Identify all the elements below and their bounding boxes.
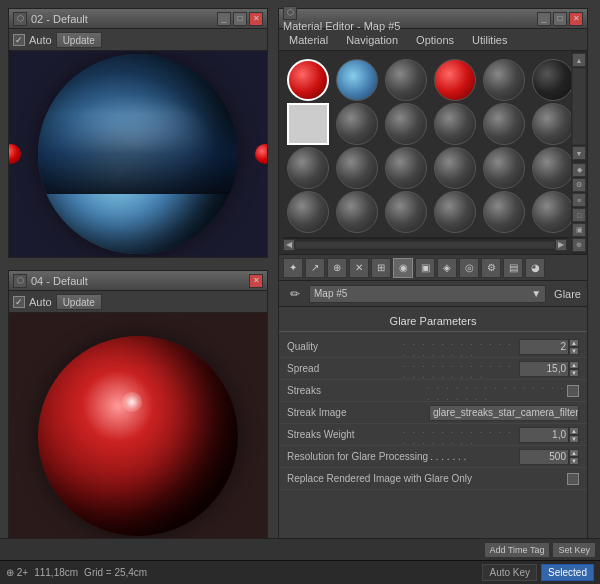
tool-bg[interactable]: ▣ bbox=[415, 258, 435, 278]
window-04-toolbar: Auto Update bbox=[9, 291, 267, 313]
auto-checkbox[interactable] bbox=[13, 34, 25, 46]
streak-image-value[interactable]: glare_streaks_star_camera_filter.tif bbox=[429, 405, 579, 421]
slot-11[interactable] bbox=[483, 103, 525, 145]
slot-7[interactable] bbox=[287, 103, 329, 145]
streaks-checkbox[interactable] bbox=[567, 385, 579, 397]
hscroll-right-btn[interactable]: ▶ bbox=[555, 239, 567, 251]
map-dropdown[interactable]: Map #5 ▼ bbox=[309, 285, 546, 303]
tool-show[interactable]: ▤ bbox=[503, 258, 523, 278]
sw-spin-down[interactable]: ▼ bbox=[569, 435, 579, 443]
menu-material[interactable]: Material bbox=[285, 32, 332, 48]
mat-close-button[interactable]: ✕ bbox=[569, 12, 583, 26]
menu-utilities[interactable]: Utilities bbox=[468, 32, 511, 48]
slot-5[interactable] bbox=[483, 59, 525, 101]
side-action-btn-2[interactable]: ⚙ bbox=[572, 178, 586, 192]
tool-light[interactable]: ◈ bbox=[437, 258, 457, 278]
slot-18[interactable] bbox=[532, 147, 574, 189]
side-action-btn-6[interactable]: ⊕ bbox=[572, 238, 586, 252]
status-bar: ⊕ 2+ 111,18cm Grid = 25,4cm Auto Key Sel… bbox=[0, 560, 600, 584]
side-action-btn-4[interactable]: □ bbox=[572, 208, 586, 222]
dropdown-arrow-icon: ▼ bbox=[531, 288, 541, 299]
tool-view[interactable]: ◉ bbox=[393, 258, 413, 278]
slot-20[interactable] bbox=[336, 191, 378, 233]
slot-4[interactable] bbox=[434, 59, 476, 101]
minimize-button[interactable]: _ bbox=[217, 12, 231, 26]
slot-12[interactable] bbox=[532, 103, 574, 145]
quality-spinner: ▲ ▼ bbox=[569, 339, 579, 355]
spread-spin-up[interactable]: ▲ bbox=[569, 361, 579, 369]
res-spin-down[interactable]: ▼ bbox=[569, 457, 579, 465]
horiz-scrollbar: ◀ ▶ bbox=[283, 238, 567, 250]
slot-8[interactable] bbox=[336, 103, 378, 145]
tool-pick[interactable]: ✦ bbox=[283, 258, 303, 278]
quality-spin-down[interactable]: ▼ bbox=[569, 347, 579, 355]
quality-spin-up[interactable]: ▲ bbox=[569, 339, 579, 347]
tool-assign[interactable]: ↗ bbox=[305, 258, 325, 278]
slot-6[interactable] bbox=[532, 59, 574, 101]
tool-env[interactable]: ◎ bbox=[459, 258, 479, 278]
maximize-button[interactable]: □ bbox=[233, 12, 247, 26]
streaks-weight-dots: . . . . . . . . . . . . . . . . . . . . bbox=[403, 424, 519, 446]
menu-options[interactable]: Options bbox=[412, 32, 458, 48]
update-button[interactable]: Update bbox=[56, 32, 102, 48]
mat-minimize-button[interactable]: _ bbox=[537, 12, 551, 26]
spread-value[interactable]: 15,0 bbox=[519, 361, 569, 377]
streaks-weight-row: Streaks Weight . . . . . . . . . . . . .… bbox=[279, 424, 587, 446]
tool-copy[interactable]: ⊞ bbox=[371, 258, 391, 278]
eyedropper-button[interactable]: ✏ bbox=[285, 284, 305, 304]
slot-16[interactable] bbox=[434, 147, 476, 189]
params-title: Glare Parameters bbox=[279, 311, 587, 332]
slot-9[interactable] bbox=[385, 103, 427, 145]
tool-sphere[interactable]: ◕ bbox=[525, 258, 545, 278]
tool-delete[interactable]: ✕ bbox=[349, 258, 369, 278]
replace-checkbox[interactable] bbox=[567, 473, 579, 485]
resolution-value[interactable]: 500 bbox=[519, 449, 569, 465]
side-action-btn-3[interactable]: ≡ bbox=[572, 193, 586, 207]
close-button[interactable]: ✕ bbox=[249, 12, 263, 26]
slot-15[interactable] bbox=[385, 147, 427, 189]
slot-2[interactable] bbox=[336, 59, 378, 101]
slot-17[interactable] bbox=[483, 147, 525, 189]
material-editor: ⬡ Material Editor - Map #5 _ □ ✕ Materia… bbox=[278, 8, 588, 548]
slot-22[interactable] bbox=[434, 191, 476, 233]
side-action-btn-5[interactable]: ▣ bbox=[572, 223, 586, 237]
streaks-weight-value[interactable]: 1,0 bbox=[519, 427, 569, 443]
quality-value[interactable]: 2 bbox=[519, 339, 569, 355]
slot-23[interactable] bbox=[483, 191, 525, 233]
params-panel: Glare Parameters Quality . . . . . . . .… bbox=[279, 307, 587, 494]
scroll-up-btn[interactable]: ▲ bbox=[572, 53, 586, 67]
map-row: ✏ Map #5 ▼ Glare bbox=[279, 281, 587, 307]
mat-maximize-button[interactable]: □ bbox=[553, 12, 567, 26]
slot-24[interactable] bbox=[532, 191, 574, 233]
viewport-02 bbox=[9, 51, 267, 257]
slot-13[interactable] bbox=[287, 147, 329, 189]
close-button-04[interactable]: ✕ bbox=[249, 274, 263, 288]
window-04-controls: ✕ bbox=[249, 274, 263, 288]
resolution-label: Resolution for Glare Processing . . . . … bbox=[287, 451, 519, 462]
slot-21[interactable] bbox=[385, 191, 427, 233]
side-action-btn-1[interactable]: ◆ bbox=[572, 163, 586, 177]
slot-10[interactable] bbox=[434, 103, 476, 145]
slot-3[interactable] bbox=[385, 59, 427, 101]
slot-14[interactable] bbox=[336, 147, 378, 189]
hscroll-left-btn[interactable]: ◀ bbox=[283, 239, 295, 251]
slot-19[interactable] bbox=[287, 191, 329, 233]
mat-editor-controls: _ □ ✕ bbox=[537, 12, 583, 26]
add-time-tag-button[interactable]: Add Time Tag bbox=[484, 542, 551, 558]
selected-status: Selected bbox=[541, 564, 594, 581]
update-button-04[interactable]: Update bbox=[56, 294, 102, 310]
auto-key-status[interactable]: Auto Key bbox=[482, 564, 537, 581]
auto-checkbox-04[interactable] bbox=[13, 296, 25, 308]
tool-options[interactable]: ⚙ bbox=[481, 258, 501, 278]
slot-1[interactable] bbox=[287, 59, 329, 101]
menu-navigation[interactable]: Navigation bbox=[342, 32, 402, 48]
res-spin-up[interactable]: ▲ bbox=[569, 449, 579, 457]
sw-spin-up[interactable]: ▲ bbox=[569, 427, 579, 435]
quality-dots: . . . . . . . . . . . . . . . . . . . . bbox=[403, 336, 519, 358]
set-key-button[interactable]: Set Key bbox=[552, 542, 596, 558]
scroll-down-btn[interactable]: ▼ bbox=[572, 146, 586, 160]
spread-spin-down[interactable]: ▼ bbox=[569, 369, 579, 377]
tool-reset[interactable]: ⊕ bbox=[327, 258, 347, 278]
spread-dots: . . . . . . . . . . . . . . . . . . . . … bbox=[403, 358, 519, 380]
streaks-row: Streaks . . . . . . . . . . . . . . . . … bbox=[279, 380, 587, 402]
